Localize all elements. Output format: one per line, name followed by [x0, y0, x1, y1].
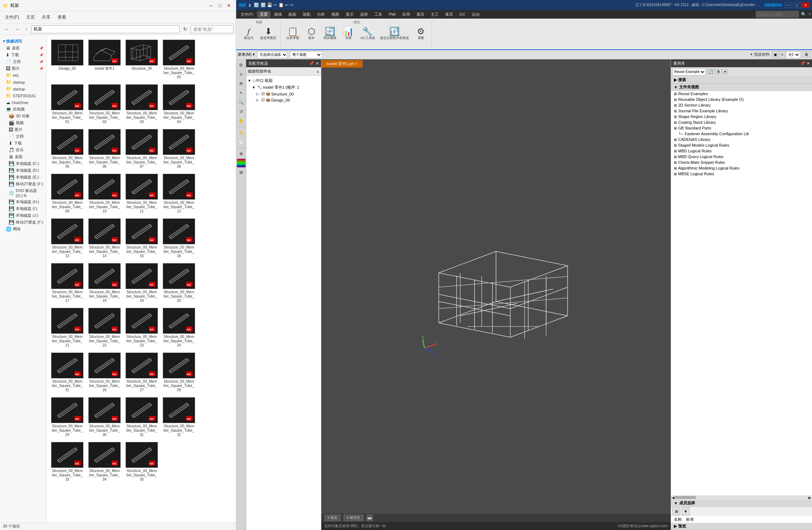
- rp-scrollbar-h[interactable]: ◀ ▶: [671, 495, 812, 500]
- menu-view[interactable]: 视图: [329, 11, 342, 18]
- sidebar-item-music[interactable]: 🎵 音乐: [0, 147, 46, 153]
- file-item-14[interactable]: NXStructure_00_Member_Square_Tube_11: [124, 172, 160, 215]
- file-item-36[interactable]: NXStructure_00_Member_Square_Tube_33: [49, 440, 85, 484]
- rp-tree-item-10[interactable]: ⊞MBD Logical Rules: [671, 148, 812, 154]
- rp-tree-item-7[interactable]: └─Fastener Assembly Configuration Lib: [671, 131, 812, 137]
- file-item-15[interactable]: NXStructure_00_Member_Square_Tube_12: [161, 172, 197, 215]
- file-folder-section[interactable]: ▼ 文件夹视图: [671, 84, 812, 91]
- file-item-7[interactable]: NXStructure_00_Member_Square_Tube_04: [161, 83, 197, 126]
- file-item-6[interactable]: NXStructure_00_Member_Square_Tube_03: [124, 83, 160, 126]
- rp-tree-item-2[interactable]: ⊞2D Section Library: [671, 102, 812, 108]
- viewport-tab-active[interactable]: model 零件1.prt ×: [321, 60, 363, 68]
- sidebar-item-c[interactable]: 💾 本地磁盘 (C:): [0, 160, 46, 167]
- rp-tree-item-8[interactable]: ⊞CADENAS Library: [671, 137, 812, 142]
- sidebar-item-f[interactable]: 💾 移动2T硬盘 (F:): [0, 181, 46, 187]
- rp-grid-btn[interactable]: ⊞: [672, 507, 680, 515]
- preview-section[interactable]: ▶ 预览: [671, 523, 812, 530]
- rp-tree-item-0[interactable]: ⊞Reuse Examples: [671, 91, 812, 97]
- sidebar-item-j[interactable]: 💾 本地磁盘 (J:): [0, 212, 46, 219]
- scroll-right-btn[interactable]: ▶: [370, 516, 373, 520]
- file-item-5[interactable]: NXStructure_00_Member_Square_Tube_02: [87, 83, 122, 126]
- view-btn-1[interactable]: ▣: [772, 51, 779, 58]
- file-item-21[interactable]: NXStructure_00_Member_Square_Tube_18: [87, 261, 122, 305]
- sidebar-item-download[interactable]: ⬇ 下载 📌: [0, 51, 46, 58]
- rp-settings-btn[interactable]: ⚙: [715, 69, 722, 74]
- ribbon-btn-recent[interactable]: 🔃 最近以获取外部更改: [378, 26, 411, 41]
- tool-layers-btn[interactable]: ≡: [237, 70, 245, 79]
- file-item-24[interactable]: NXStructure_00_Member_Square_Tube_21: [49, 306, 85, 349]
- nav-close-btn[interactable]: ✕: [316, 61, 319, 66]
- filter-dropdown[interactable]: 无选择过滤器: [257, 51, 288, 58]
- rp-tree-item-13[interactable]: ⊞Algorithmic Modeling Logical Rules: [671, 165, 812, 171]
- sidebar-item-startup1[interactable]: 📁 startup: [0, 79, 46, 85]
- ribbon-btn-move-to-sketch[interactable]: ⬇ 移至草图层: [258, 26, 278, 41]
- rp-tree-item-14[interactable]: ⊞MBSE Logical Rules: [671, 171, 812, 177]
- tool-expand-btn[interactable]: ⊞: [237, 168, 245, 177]
- search-input[interactable]: [191, 25, 234, 33]
- tool-rotate-btn[interactable]: ↺: [237, 107, 245, 116]
- rp-tree-item-3[interactable]: ⊞Journal File Example Library: [671, 108, 812, 114]
- ribbon-btn-basic[interactable]: ⬡ 基本: [303, 26, 320, 41]
- file-menu[interactable]: 文件(F): [2, 13, 22, 21]
- nx-close-btn[interactable]: ✕: [802, 2, 809, 8]
- menu-file[interactable]: 文件(F): [238, 11, 256, 18]
- file-item-32[interactable]: NXStructure_00_Member_Square_Tube_29: [49, 396, 85, 439]
- file-item-30[interactable]: NXStructure_00_Member_Square_Tube_27: [124, 351, 160, 394]
- member-selection-section[interactable]: ▼ 成员选择: [671, 500, 812, 507]
- sidebar-item-step[interactable]: 📁 STEP203UG: [0, 92, 46, 99]
- menu-wuye2[interactable]: 幕页: [442, 11, 456, 18]
- rp-tree-item-1[interactable]: ⊞Reusable Object Library (Example O): [671, 97, 812, 102]
- rp-menu-btn[interactable]: ▾: [723, 69, 728, 74]
- sidebar-item-hg[interactable]: 📁 HG: [0, 72, 46, 79]
- sidebar-item-desk2[interactable]: 🖥 桌面: [0, 153, 46, 160]
- tree-item-section[interactable]: ▼ □ 中口 航面: [246, 77, 321, 84]
- sidebar-item-f2[interactable]: 💾 移动2T硬盘 (F:): [0, 219, 46, 226]
- view-menu[interactable]: 查看: [55, 13, 69, 21]
- rp-tree-item-6[interactable]: ⊞GB Standard Parts: [671, 125, 812, 131]
- minimize-btn[interactable]: ─: [207, 2, 215, 9]
- menu-main-work[interactable]: 主工: [428, 11, 442, 18]
- forward-btn[interactable]: →: [13, 25, 21, 33]
- sidebar-item-pic2[interactable]: 🖼 图片: [0, 126, 46, 133]
- rp-tree-item-12[interactable]: ⊞Check-Mate Snippet Rules: [671, 160, 812, 165]
- menu-analysis[interactable]: 分析: [314, 11, 328, 18]
- tool-measure-btn[interactable]: 📏: [237, 128, 245, 137]
- file-item-25[interactable]: NXStructure_00_Member_Square_Tube_22: [87, 306, 122, 349]
- file-item-17[interactable]: NXStructure_00_Member_Square_Tube_14: [87, 217, 122, 260]
- back-btn[interactable]: ←: [2, 25, 11, 33]
- sidebar-item-desktop[interactable]: 🖥 桌面 📌: [0, 45, 46, 51]
- file-item-29[interactable]: NXStructure_00_Member_Square_Tube_26: [87, 351, 122, 394]
- nav-pin-btn[interactable]: 📌: [309, 61, 314, 66]
- ribbon-btn-analysis[interactable]: 📊 分析: [340, 26, 357, 41]
- scroll-h-right[interactable]: ▶: [808, 496, 811, 500]
- file-item-26[interactable]: NXStructure_00_Member_Square_Tube_23: [124, 306, 160, 349]
- menu-wuye[interactable]: 幕页: [414, 11, 427, 18]
- sidebar-item-docs[interactable]: 📄 文档 📌: [0, 58, 46, 65]
- ribbon-btn-gctool[interactable]: 🔧 GC工具箱: [359, 26, 377, 41]
- share-menu[interactable]: 共享: [39, 13, 53, 21]
- file-item-11[interactable]: NXStructure_00_Member_Square_Tube_08: [161, 127, 197, 171]
- view-options-btn[interactable]: ⊞: [802, 51, 811, 58]
- sidebar-item-g[interactable]: 💿 DVD 驱动器 (G:) N: [0, 187, 46, 198]
- file-item-10[interactable]: NXStructure_00_Member_Square_Tube_07: [124, 127, 160, 171]
- viewport-3d[interactable]: X Y Z: [321, 68, 671, 514]
- sidebar-item-dl2[interactable]: ⬇ 下载: [0, 140, 46, 147]
- sidebar-item-e[interactable]: 💾 本地磁盘 (E:): [0, 174, 46, 181]
- view-btn-2[interactable]: ≡: [779, 51, 785, 58]
- file-item-13[interactable]: NXStructure_00_Member_Square_Tube_10: [87, 172, 122, 215]
- file-item-22[interactable]: NXStructure_00_Member_Square_Tube_19: [124, 261, 160, 305]
- home-menu[interactable]: 主页: [23, 13, 38, 21]
- ribbon-btn-sync[interactable]: 🔄 同步建模: [321, 26, 339, 41]
- file-item-31[interactable]: NXStructure_00_Member_Square_Tube_28: [161, 351, 197, 394]
- file-item-37[interactable]: NXStructure_00_Member_Square_Tube_34: [87, 440, 122, 484]
- related-btn[interactable]: ▾ 相关性: [344, 515, 364, 521]
- file-item-4[interactable]: NXStructure_00_Member_Square_Tube_01: [49, 83, 85, 126]
- file-item-12[interactable]: NXStructure_00_Member_Square_Tube_09: [49, 172, 85, 215]
- sidebar-item-d[interactable]: 💾 本地磁盘 (D:): [0, 167, 46, 174]
- nx-search-input[interactable]: [756, 11, 799, 18]
- quick-access-section[interactable]: ▾ 快速访问: [0, 36, 46, 45]
- address-bar[interactable]: [31, 25, 180, 33]
- assembly-dropdown[interactable]: 整个装配: [290, 51, 322, 58]
- search-section[interactable]: ▶ 搜索: [671, 77, 812, 84]
- menu-assembly[interactable]: 装配: [300, 11, 313, 18]
